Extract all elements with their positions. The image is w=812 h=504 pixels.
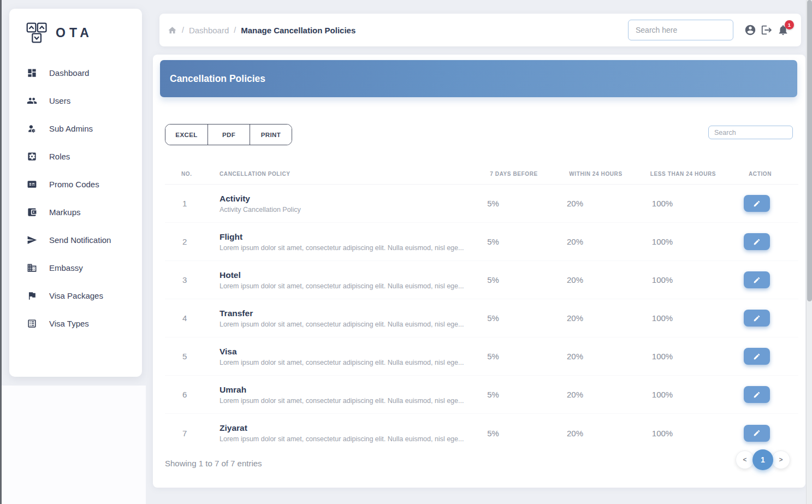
sub-admins-icon: [27, 123, 37, 134]
sidebar-item-label: Roles: [49, 152, 70, 161]
print-export-button[interactable]: PRINT: [250, 124, 292, 145]
policy-name: Activity: [220, 194, 465, 204]
policy-name: Visa: [220, 347, 465, 357]
top-header: / Dashboard / Manage Cancellation Polici…: [159, 14, 801, 46]
breadcrumb: / Dashboard / Manage Cancellation Polici…: [159, 26, 355, 35]
within-24-hours-value: 20%: [534, 352, 616, 361]
row-number: 5: [165, 352, 214, 361]
banner-title: Cancellation Policies: [170, 73, 265, 85]
sidebar-item-label: Embassy: [49, 263, 83, 272]
edit-button[interactable]: [744, 386, 770, 403]
table-row: 2 Flight Lorem ipsum dolor sit amet, con…: [165, 223, 798, 261]
row-number: 3: [165, 275, 214, 284]
markups-icon: [27, 207, 37, 217]
within-24-hours-value: 20%: [534, 313, 616, 323]
policy-name: Ziyarat: [220, 423, 465, 433]
row-number: 4: [165, 313, 214, 323]
less-than-24-hours-value: 100%: [616, 313, 709, 323]
bell-button[interactable]: 1: [777, 24, 789, 36]
policy-description: Lorem ipsum dolor sit amet, consectetur …: [220, 282, 465, 290]
policy-description: Lorem ipsum dolor sit amet, consectetur …: [220, 244, 465, 252]
less-than-24-hours-value: 100%: [616, 352, 709, 361]
scrollbar-thumb[interactable]: [807, 0, 812, 301]
policy-description: Activity Cancellation Policy: [220, 206, 465, 214]
edit-icon: [753, 200, 761, 207]
header-actions: 1: [628, 20, 789, 40]
edit-icon: [753, 238, 761, 246]
app-logo[interactable]: OTA: [9, 9, 142, 44]
sidebar-item-users[interactable]: Users: [9, 87, 142, 115]
policy-name: Hotel: [220, 270, 465, 280]
sidebar-item-label: Sub Admins: [49, 124, 93, 133]
less-than-24-hours-value: 100%: [616, 199, 709, 208]
policy-cell: Transfer Lorem ipsum dolor sit amet, con…: [214, 309, 465, 328]
roles-icon: [27, 151, 37, 162]
seven-days-before-value: 5%: [452, 313, 534, 323]
edit-button[interactable]: [744, 195, 770, 212]
logout-icon[interactable]: [761, 24, 773, 36]
cancellation-policies-table: NO. CANCELLATION POLICY 7 DAYS BEFORE WI…: [165, 164, 798, 452]
edit-button[interactable]: [744, 425, 770, 442]
promo-codes-icon: [27, 179, 37, 189]
sidebar-item-dashboard[interactable]: Dashboard: [9, 59, 142, 87]
policy-cell: Ziyarat Lorem ipsum dolor sit amet, cons…: [214, 423, 465, 443]
less-than-24-hours-value: 100%: [616, 390, 709, 399]
table-row: 3 Hotel Lorem ipsum dolor sit amet, cons…: [165, 261, 798, 299]
less-than-24-hours-value: 100%: [616, 275, 709, 284]
breadcrumb-dashboard-link[interactable]: Dashboard: [189, 26, 229, 35]
policy-cell: Umrah Lorem ipsum dolor sit amet, consec…: [214, 385, 465, 405]
sidebar-item-label: Visa Types: [49, 319, 89, 328]
edit-button[interactable]: [744, 233, 770, 250]
page-title: Manage Cancellation Policies: [241, 26, 355, 35]
action-cell: [722, 348, 798, 365]
table-row: 1 Activity Activity Cancellation Policy …: [165, 185, 798, 223]
table-body: 1 Activity Activity Cancellation Policy …: [165, 185, 798, 452]
sidebar-item-promo-codes[interactable]: Promo Codes: [9, 170, 142, 198]
home-icon[interactable]: [168, 26, 177, 35]
less-than-24-hours-value: 100%: [616, 429, 709, 438]
policy-name: Umrah: [220, 385, 465, 395]
column-header-cancellation-policy: CANCELLATION POLICY: [214, 171, 465, 177]
within-24-hours-value: 20%: [534, 237, 616, 246]
sidebar-item-embassy[interactable]: Embassy: [9, 254, 142, 282]
policy-cell: Activity Activity Cancellation Policy: [214, 194, 465, 214]
table-search-input[interactable]: [708, 126, 793, 139]
sidebar-item-markups[interactable]: Markups: [9, 198, 142, 226]
action-cell: [722, 386, 798, 403]
breadcrumb-separator: /: [234, 26, 236, 34]
sidebar-item-visa-packages[interactable]: Visa Packages: [9, 282, 142, 310]
send-notification-icon: [27, 235, 37, 245]
global-search-input[interactable]: [628, 20, 733, 40]
sidebar-item-sub-admins[interactable]: Sub Admins: [9, 115, 142, 143]
seven-days-before-value: 5%: [452, 237, 534, 246]
within-24-hours-value: 20%: [534, 275, 616, 284]
row-number: 6: [165, 390, 214, 399]
policy-cell: Flight Lorem ipsum dolor sit amet, conse…: [214, 232, 465, 252]
pdf-export-button[interactable]: PDF: [208, 124, 250, 145]
policy-cell: Hotel Lorem ipsum dolor sit amet, consec…: [214, 270, 465, 290]
sidebar-item-visa-types[interactable]: Visa Types: [9, 310, 142, 337]
policy-description: Lorem ipsum dolor sit amet, consectetur …: [220, 359, 465, 366]
pagination-page-1-button[interactable]: 1: [752, 449, 773, 470]
pagination-prev-button[interactable]: <: [736, 450, 754, 469]
sidebar-item-label: Visa Packages: [49, 291, 103, 300]
edit-button[interactable]: [744, 348, 770, 365]
edit-button[interactable]: [744, 271, 770, 288]
column-header-within-24-hours: WITHIN 24 HOURS: [555, 171, 637, 177]
edit-icon: [753, 315, 761, 322]
sidebar-item-label: Dashboard: [49, 68, 89, 78]
users-icon: [27, 96, 37, 106]
column-header-less-than-24-hours: LESS THAN 24 HOURS: [637, 171, 730, 177]
user-circle-icon[interactable]: [744, 24, 756, 36]
table-row: 4 Transfer Lorem ipsum dolor sit amet, c…: [165, 299, 798, 337]
excel-export-button[interactable]: EXCEL: [165, 124, 208, 145]
edit-icon: [753, 276, 761, 284]
sidebar-item-send-notification[interactable]: Send Notification: [9, 226, 142, 254]
edit-button[interactable]: [744, 310, 770, 327]
pagination-next-button[interactable]: >: [772, 450, 790, 469]
policy-description: Lorem ipsum dolor sit amet, consectetur …: [220, 435, 465, 443]
policy-description: Lorem ipsum dolor sit amet, consectetur …: [220, 397, 465, 405]
sidebar-item-roles[interactable]: Roles: [9, 143, 142, 170]
vertical-scrollbar[interactable]: [806, 0, 812, 504]
within-24-hours-value: 20%: [534, 199, 616, 208]
